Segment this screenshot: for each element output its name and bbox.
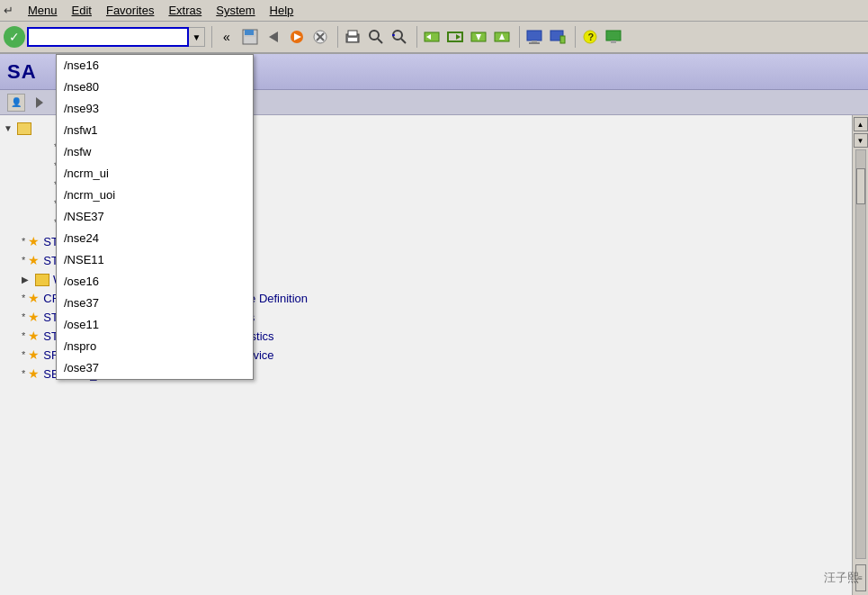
toolbar-separator-5 bbox=[572, 26, 576, 48]
toolbar-separator-3 bbox=[414, 26, 417, 48]
checkmark-icon: ✓ bbox=[9, 30, 20, 44]
bullet-icon: * bbox=[22, 328, 25, 345]
svg-rect-32 bbox=[606, 31, 621, 41]
help-button[interactable]: ? bbox=[579, 26, 601, 48]
toolbar-separator-1 bbox=[209, 26, 212, 48]
dropdown-item-10[interactable]: /ose16 bbox=[57, 271, 253, 293]
bullet-icon: * bbox=[22, 309, 25, 326]
svg-rect-29 bbox=[560, 36, 565, 43]
cancel-button[interactable] bbox=[309, 26, 331, 48]
bullet-icon: * bbox=[22, 365, 25, 383]
bullet-icon: * bbox=[22, 233, 25, 250]
dropdown-item-6[interactable]: /ncrm_uoi bbox=[57, 185, 253, 206]
scroll-down-button[interactable]: ▼ bbox=[854, 133, 868, 148]
svg-rect-10 bbox=[348, 31, 357, 36]
toolbar-separator-2 bbox=[335, 26, 338, 48]
dropdown-item-2[interactable]: /nse93 bbox=[57, 98, 253, 120]
watermark: 汪子熙 bbox=[824, 570, 859, 586]
menu-menu[interactable]: Menu bbox=[21, 2, 65, 19]
dropdown-item-4[interactable]: /nsfw bbox=[57, 141, 253, 163]
star-icon: ★ bbox=[28, 347, 40, 364]
menu-system[interactable]: System bbox=[209, 2, 262, 19]
svg-line-15 bbox=[401, 39, 406, 43]
svg-marker-3 bbox=[269, 32, 278, 42]
svg-marker-20 bbox=[456, 34, 461, 40]
dropdown-item-12[interactable]: /ose11 bbox=[57, 314, 253, 336]
bullet-icon: * bbox=[22, 347, 25, 364]
dropdown-item-8[interactable]: /nse24 bbox=[57, 228, 253, 249]
dropdown-item-5[interactable]: /ncrm_ui bbox=[57, 163, 253, 185]
toolbar: ✓ ▼ « ? bbox=[0, 22, 868, 54]
dropdown-item-9[interactable]: /NSE11 bbox=[57, 249, 253, 271]
star-icon: ★ bbox=[28, 309, 40, 326]
dropdown-item-14[interactable]: /ose37 bbox=[57, 357, 253, 379]
star-icon: ★ bbox=[28, 290, 40, 307]
svg-rect-11 bbox=[348, 38, 357, 41]
dropdown-item-7[interactable]: /NSE37 bbox=[57, 206, 253, 228]
command-field-container: ▼ bbox=[27, 27, 205, 47]
scroll-track[interactable] bbox=[855, 149, 866, 559]
menu-bar: ↵ Menu Edit Favorites Extras System Help bbox=[0, 0, 868, 22]
dropdown-item-0[interactable]: /nse16 bbox=[57, 55, 253, 77]
dropdown-item-13[interactable]: /nspro bbox=[57, 336, 253, 357]
svg-text:?: ? bbox=[588, 32, 595, 42]
display1-button[interactable] bbox=[523, 26, 545, 48]
svg-rect-2 bbox=[245, 37, 255, 43]
scrollbar: ▲ ▼ ≡ bbox=[852, 115, 868, 595]
menu-help[interactable]: Help bbox=[263, 2, 301, 19]
command-dropdown-list: /nse16 /nse80 /nse93 /nsfw1 /nsfw /ncrm_… bbox=[56, 54, 254, 380]
command-dropdown-button[interactable]: ▼ bbox=[189, 27, 205, 47]
find2-button[interactable] bbox=[389, 26, 410, 48]
user-icon: 👤 bbox=[7, 94, 25, 112]
scroll-up-button[interactable]: ▲ bbox=[854, 117, 868, 131]
folder-open-icon bbox=[17, 122, 31, 135]
star-icon: ★ bbox=[28, 328, 40, 345]
svg-rect-33 bbox=[611, 41, 616, 43]
svg-line-13 bbox=[378, 39, 382, 43]
print-button[interactable] bbox=[342, 26, 363, 48]
dropdown-item-3[interactable]: /nsfw1 bbox=[57, 120, 253, 141]
back-nav-button[interactable]: « bbox=[216, 26, 237, 48]
find1-button[interactable] bbox=[365, 26, 387, 48]
exit-icon[interactable]: ↵ bbox=[4, 4, 13, 17]
back-button[interactable] bbox=[263, 26, 284, 48]
bullet-icon: * bbox=[22, 252, 25, 269]
nav-down-button[interactable] bbox=[468, 26, 489, 48]
star-icon: ★ bbox=[28, 365, 40, 383]
ok-button[interactable]: ✓ bbox=[4, 26, 25, 48]
expand-arrow[interactable] bbox=[36, 97, 43, 108]
bullet-icon: * bbox=[22, 290, 25, 307]
svg-rect-1 bbox=[245, 30, 254, 35]
scroll-thumb[interactable] bbox=[856, 168, 865, 204]
orange-forward-button[interactable] bbox=[286, 26, 308, 48]
svg-rect-27 bbox=[529, 42, 540, 44]
folder-icon bbox=[35, 274, 49, 286]
nav-outline-button[interactable] bbox=[444, 26, 466, 48]
dropdown-item-11[interactable]: /nse37 bbox=[57, 293, 253, 314]
star-icon: ★ bbox=[28, 252, 40, 269]
monitor-button[interactable] bbox=[603, 26, 624, 48]
dropdown-item-1[interactable]: /nse80 bbox=[57, 77, 253, 98]
menu-favorites[interactable]: Favorites bbox=[99, 2, 161, 19]
menu-edit[interactable]: Edit bbox=[65, 2, 99, 19]
svg-point-12 bbox=[370, 31, 379, 40]
nav-left-button[interactable] bbox=[421, 26, 443, 48]
sap-logo: SA bbox=[7, 60, 37, 84]
menu-extras[interactable]: Extras bbox=[161, 2, 209, 19]
star-icon: ★ bbox=[28, 233, 40, 250]
svg-rect-25 bbox=[527, 31, 541, 41]
command-input[interactable] bbox=[27, 27, 189, 47]
expand-icon: ▶ bbox=[22, 271, 32, 288]
nav-up-button[interactable] bbox=[491, 26, 513, 48]
expand-icon: ▼ bbox=[4, 120, 14, 137]
display2-button[interactable] bbox=[547, 26, 568, 48]
save-button[interactable] bbox=[239, 26, 261, 48]
toolbar-separator-4 bbox=[516, 26, 520, 48]
